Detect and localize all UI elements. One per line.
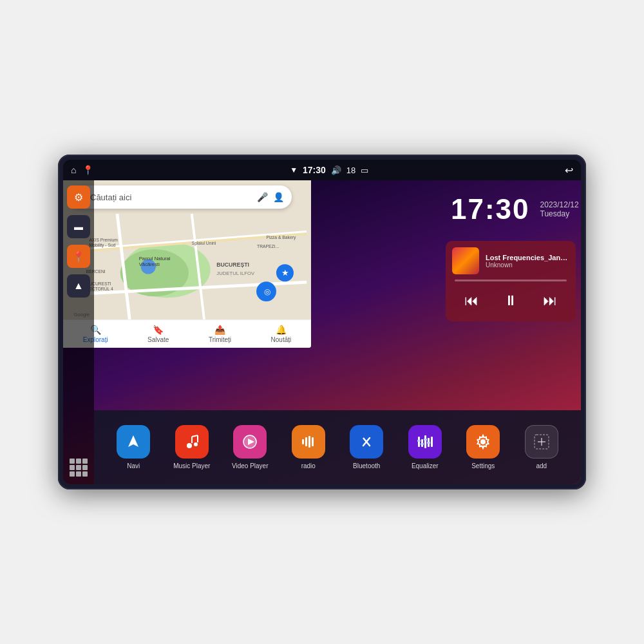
music-artist: Unknown <box>486 261 569 269</box>
clock-status: 17:30 <box>303 165 326 175</box>
music-text: Lost Frequencies_Janie... Unknown <box>486 254 569 269</box>
app-radio[interactable]: radio <box>287 425 330 469</box>
saved-icon: 🔖 <box>153 325 164 335</box>
battery-icon: ▭ <box>361 166 368 175</box>
sidebar-files-btn[interactable]: ▬ <box>67 215 90 238</box>
settings-icon: ⚙ <box>74 191 83 204</box>
share-icon: 📤 <box>214 325 225 335</box>
radio-icon <box>299 433 317 451</box>
status-left: ⌂ 📍 <box>71 165 93 175</box>
app-music-player[interactable]: Music Player <box>170 425 214 469</box>
music-controls: ⏮ ⏸ ⏭ <box>452 287 569 315</box>
device-frame: ⌂ 📍 ▼ 17:30 🔊 18 ▭ ↩ <box>58 155 586 489</box>
account-icon[interactable]: 👤 <box>273 192 284 202</box>
svg-text:JUDEȚUL ILFOV: JUDEȚUL ILFOV <box>216 270 255 276</box>
back-icon[interactable]: ↩ <box>565 164 573 176</box>
music-widget: Lost Frequencies_Janie... Unknown ⏮ ⏸ ⏭ <box>446 241 576 321</box>
svg-rect-34 <box>302 439 304 444</box>
map-search-text[interactable]: Căutați aici <box>90 193 252 202</box>
home-icon[interactable]: ⌂ <box>71 165 76 175</box>
music-player-label: Music Player <box>173 462 210 469</box>
svg-rect-36 <box>308 436 310 448</box>
map-share-btn[interactable]: 📤 Trimiteți <box>209 325 231 343</box>
map-bottom-bar: 🔍 Explorați 🔖 Salvate 📤 Trimiteți 🔔 Nout… <box>63 319 311 348</box>
svg-point-28 <box>194 442 198 446</box>
radio-label: radio <box>301 462 316 469</box>
svg-text:BUCUREȘTI: BUCUREȘTI <box>216 261 249 268</box>
main-content: ⚙ ▬ 📍 ▲ <box>63 180 581 484</box>
svg-rect-44 <box>421 443 424 445</box>
svg-rect-35 <box>305 437 307 446</box>
location-icon: 📍 <box>72 251 85 263</box>
right-panel: 17:30 2023/12/12 Tuesday Lost Frequencie… <box>440 180 581 484</box>
music-player-icon <box>183 433 201 451</box>
volume-icon: 🔊 <box>331 166 341 175</box>
files-icon: ▬ <box>74 222 83 232</box>
map-saved-btn[interactable]: 🔖 Salvate <box>147 325 169 343</box>
music-title: Lost Frequencies_Janie... <box>486 254 569 261</box>
maps-status-icon[interactable]: 📍 <box>82 165 93 175</box>
svg-rect-40 <box>424 435 426 448</box>
bluetooth-icon-bg <box>350 425 383 459</box>
device-screen: ⌂ 📍 ▼ 17:30 🔊 18 ▭ ↩ <box>63 160 581 484</box>
prev-button[interactable]: ⏮ <box>460 289 483 312</box>
news-icon: 🔔 <box>276 325 287 335</box>
svg-text:Splaiul Unirii: Splaiul Unirii <box>192 241 216 246</box>
svg-rect-37 <box>312 437 314 446</box>
status-right: ↩ <box>565 164 573 176</box>
clock-display: 17:30 <box>451 193 530 225</box>
svg-text:★: ★ <box>281 269 289 278</box>
video-player-icon <box>241 433 259 451</box>
clock-date-value: 2023/12/12 <box>540 200 579 209</box>
video-icon-bg <box>233 425 267 459</box>
next-button[interactable]: ⏭ <box>538 289 562 312</box>
svg-text:Pizza & Bakery: Pizza & Bakery <box>266 235 296 240</box>
svg-rect-43 <box>417 440 421 442</box>
clock-widget: 17:30 2023/12/12 Tuesday <box>440 180 581 238</box>
bluetooth-label: Bluetooth <box>353 462 380 469</box>
app-bluetooth[interactable]: Bluetooth <box>345 425 388 469</box>
album-art <box>452 247 479 274</box>
svg-rect-45 <box>424 439 427 440</box>
map-svg: Parcul Natural Văcărești BUCUREȘTI JUDEȚ… <box>63 214 311 319</box>
left-sidebar: ⚙ ▬ 📍 ▲ <box>63 180 94 484</box>
app-navi[interactable]: Navi <box>111 425 155 469</box>
sidebar-nav-btn[interactable]: ▲ <box>67 274 90 298</box>
svg-rect-42 <box>431 437 433 447</box>
map-news-btn[interactable]: 🔔 Noutăți <box>271 325 292 343</box>
map-search-bar[interactable]: 🗺 Căutați aici 🎤 👤 <box>68 185 292 209</box>
bluetooth-icon <box>357 433 375 451</box>
video-player-label: Video Player <box>232 462 269 469</box>
share-label: Trimiteți <box>209 336 231 343</box>
music-icon-bg <box>175 425 209 459</box>
status-center: ▼ 17:30 🔊 18 ▭ <box>290 165 368 175</box>
svg-text:Văcărești: Văcărești <box>139 261 160 267</box>
mic-icon[interactable]: 🎤 <box>257 192 268 202</box>
pause-button[interactable]: ⏸ <box>499 289 522 312</box>
svg-point-27 <box>187 443 192 448</box>
map-container[interactable]: 🗺 Căutați aici 🎤 👤 <box>63 180 311 348</box>
wifi-icon: ▼ <box>290 166 298 175</box>
status-bar: ⌂ 📍 ▼ 17:30 🔊 18 ▭ ↩ <box>63 160 581 180</box>
svg-marker-26 <box>128 435 138 447</box>
svg-text:TRAPEZI...: TRAPEZI... <box>257 244 279 249</box>
svg-text:Parcul Natural: Parcul Natural <box>139 256 171 261</box>
music-progress-bar[interactable] <box>455 279 567 281</box>
battery-level: 18 <box>346 166 355 175</box>
clock-date: 2023/12/12 Tuesday <box>540 200 579 218</box>
saved-label: Salvate <box>147 336 169 343</box>
music-info-row: Lost Frequencies_Janie... Unknown <box>452 247 569 274</box>
nav-icon: ▲ <box>73 280 84 292</box>
equalizer-icon <box>416 433 434 451</box>
app-video-player[interactable]: Video Player <box>228 425 272 469</box>
navi-icon-bg <box>117 425 150 459</box>
svg-rect-46 <box>427 442 430 444</box>
equalizer-label: Equalizer <box>412 462 439 469</box>
sidebar-settings-btn[interactable]: ⚙ <box>67 185 90 209</box>
sidebar-location-btn[interactable]: 📍 <box>67 245 90 268</box>
apps-grid-btn[interactable] <box>67 456 90 479</box>
news-label: Noutăți <box>271 336 292 343</box>
svg-text:◎: ◎ <box>264 288 270 296</box>
navi-label: Navi <box>127 462 140 469</box>
svg-line-30 <box>192 435 198 437</box>
